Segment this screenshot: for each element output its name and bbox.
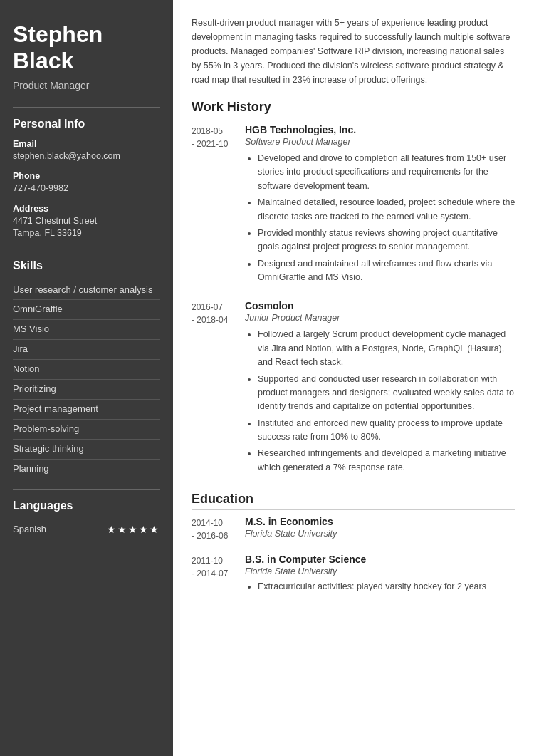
edu-degree: B.S. in Computer Science: [245, 554, 515, 565]
skill-item: Planning: [13, 460, 160, 479]
address-line2: Tampa, FL 33619: [13, 227, 160, 240]
edu-dates: 2014-10- 2016-06: [192, 516, 245, 542]
work-entry: 2016-07- 2018-04CosmolonJunior Product M…: [192, 300, 515, 477]
resume-container: Stephen Black Product Manager Personal I…: [0, 0, 534, 756]
skill-item: User research / customer analysis: [13, 281, 160, 301]
phone-label: Phone: [13, 171, 160, 181]
skill-item: Notion: [13, 360, 160, 380]
address-line1: 4471 Chestnut Street: [13, 215, 160, 228]
edu-body: B.S. in Computer ScienceFlorida State Un…: [245, 554, 515, 594]
skills-heading: Skills: [13, 259, 160, 272]
entry-dates: 2016-07- 2018-04: [192, 300, 245, 477]
entry-bullets: Developed and drove to completion all fe…: [245, 152, 515, 284]
skill-item: MS Visio: [13, 320, 160, 340]
skill-item: Strategic thinking: [13, 440, 160, 460]
skill-item: Prioritizing: [13, 380, 160, 400]
edu-bullets: Extracurricular activities: played varsi…: [245, 580, 515, 594]
edu-degree: M.S. in Economics: [245, 516, 515, 527]
bullet-item: Maintained detailed, resource loaded, pr…: [258, 196, 515, 224]
divider-skills: [13, 249, 160, 249]
edu-entry: 2011-10- 2014-07B.S. in Computer Science…: [192, 554, 515, 594]
email-label: Email: [13, 139, 160, 149]
skill-item: Problem-solving: [13, 420, 160, 440]
languages-heading: Languages: [13, 499, 160, 512]
bullet-item: Instituted and enforced new quality proc…: [258, 417, 515, 445]
bullet-item: Provided monthly status reviews showing …: [258, 227, 515, 254]
entry-dates: 2018-05- 2021-10: [192, 124, 245, 287]
address-label: Address: [13, 204, 160, 214]
skills-list: User research / customer analysisOmniGra…: [13, 281, 160, 479]
work-entry: 2018-05- 2021-10HGB Technologies, Inc.So…: [192, 124, 515, 287]
languages-list: Spanish★★★★★: [13, 521, 160, 538]
summary-text: Result-driven product manager with 5+ ye…: [192, 16, 515, 87]
bullet-item: Designed and maintained all wireframes a…: [258, 257, 515, 285]
education-section: Education 2014-10- 2016-06M.S. in Econom…: [192, 492, 515, 594]
divider-personal: [13, 107, 160, 108]
edu-entries: 2014-10- 2016-06M.S. in EconomicsFlorida…: [192, 516, 515, 594]
language-name: Spanish: [13, 524, 46, 534]
entry-body: CosmolonJunior Product ManagerFollowed a…: [245, 300, 515, 477]
entry-role: Junior Product Manager: [245, 313, 515, 323]
bullet-item: Followed a largely Scrum product develop…: [258, 328, 515, 369]
bullet-item: Researched infringements and developed a…: [258, 447, 515, 475]
bullet-item: Supported and conducted user research in…: [258, 373, 515, 414]
entry-bullets: Followed a largely Scrum product develop…: [245, 328, 515, 475]
edu-school: Florida State University: [245, 566, 515, 576]
edu-school: Florida State University: [245, 529, 515, 539]
candidate-title: Product Manager: [13, 80, 160, 91]
phone-block: Phone 727-470-9982: [13, 171, 160, 195]
work-entries: 2018-05- 2021-10HGB Technologies, Inc.So…: [192, 124, 515, 477]
divider-languages: [13, 489, 160, 490]
personal-info-heading: Personal Info: [13, 118, 160, 130]
entry-company: Cosmolon: [245, 300, 515, 311]
candidate-name: Stephen Black: [13, 21, 160, 74]
language-stars: ★★★★★: [107, 524, 160, 535]
education-heading: Education: [192, 492, 515, 510]
phone-value: 727-470-9982: [13, 182, 160, 195]
skill-item: Jira: [13, 340, 160, 360]
entry-body: HGB Technologies, Inc.Software Product M…: [245, 124, 515, 287]
work-history-heading: Work History: [192, 100, 515, 118]
skill-item: OmniGraffle: [13, 300, 160, 320]
main-content: Result-driven product manager with 5+ ye…: [173, 0, 534, 756]
bullet-item: Developed and drove to completion all fe…: [258, 152, 515, 193]
email-value: stephen.black@yahoo.com: [13, 150, 160, 163]
edu-body: M.S. in EconomicsFlorida State Universit…: [245, 516, 515, 542]
edu-bullet-item: Extracurricular activities: played varsi…: [258, 580, 515, 594]
address-block: Address 4471 Chestnut Street Tampa, FL 3…: [13, 204, 160, 240]
work-history-section: Work History 2018-05- 2021-10HGB Technol…: [192, 100, 515, 477]
skill-item: Project management: [13, 400, 160, 420]
entry-company: HGB Technologies, Inc.: [245, 124, 515, 135]
entry-role: Software Product Manager: [245, 137, 515, 147]
sidebar: Stephen Black Product Manager Personal I…: [0, 0, 173, 756]
edu-dates: 2011-10- 2014-07: [192, 554, 245, 594]
language-row: Spanish★★★★★: [13, 521, 160, 538]
email-block: Email stephen.black@yahoo.com: [13, 139, 160, 163]
edu-entry: 2014-10- 2016-06M.S. in EconomicsFlorida…: [192, 516, 515, 542]
